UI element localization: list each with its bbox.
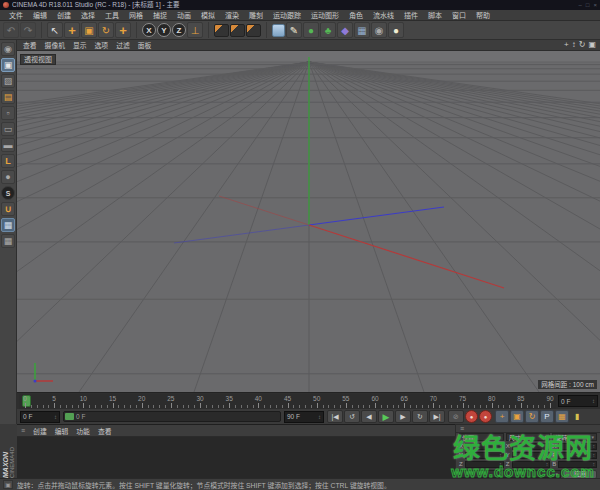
viewport-menus-item[interactable]: 选项 <box>91 40 113 50</box>
make-editable-icon[interactable]: ◉ <box>1 42 15 56</box>
menu-bar-item[interactable]: 模拟 <box>196 10 220 20</box>
viewport-menus-item[interactable]: 查看 <box>19 40 41 50</box>
pen-spline-icon[interactable]: ✎ <box>286 22 302 38</box>
current-frame-field[interactable]: 0 F↕ <box>558 395 598 407</box>
menu-bar-item[interactable]: 运动图形 <box>306 10 344 20</box>
record-rotation-icon[interactable]: ↻ <box>525 410 539 423</box>
record-keyframe-button[interactable]: ● <box>465 410 478 423</box>
spinner-icon[interactable]: ↕ <box>546 452 549 458</box>
coords-mode-dropdown[interactable]: ▾ <box>459 470 561 478</box>
workplane-mode-icon[interactable]: ▤ <box>1 90 15 104</box>
move-tool-icon[interactable]: + <box>64 22 80 38</box>
autokey-button[interactable]: ● <box>479 410 492 423</box>
render-view-icon[interactable] <box>214 24 229 37</box>
panel-menu-icon[interactable]: ≡ <box>460 425 464 433</box>
subdivision-surface-icon[interactable]: ● <box>303 22 319 38</box>
polygons-mode-icon[interactable]: ▬ <box>1 138 15 152</box>
window-controls-item[interactable]: × <box>593 0 597 10</box>
add-cube-icon[interactable] <box>272 24 285 37</box>
prev-frame-button[interactable]: ◀ <box>361 410 377 423</box>
floor-sky-icon[interactable]: ▦ <box>354 22 370 38</box>
window-controls-item[interactable]: □ <box>586 0 590 10</box>
coords-field[interactable]: ↕ <box>512 443 551 450</box>
coords-header-2[interactable]: 旋转▾ <box>552 433 597 441</box>
spinner-icon[interactable]: ↕ <box>546 443 549 449</box>
coords-field[interactable]: ↕ <box>558 443 597 450</box>
spinner-icon[interactable]: ↕ <box>499 452 502 458</box>
goto-end-button[interactable]: ▶| <box>429 410 445 423</box>
last-tool-icon[interactable]: + <box>115 22 131 38</box>
menu-bar-item[interactable]: 渲染 <box>220 10 244 20</box>
menu-bar-item[interactable]: 创建 <box>52 10 76 20</box>
menu-bar-item[interactable]: 流水线 <box>368 10 399 20</box>
record-position-icon[interactable]: + <box>495 410 509 423</box>
scale-tool-icon[interactable]: ▣ <box>81 22 97 38</box>
menu-bar-item[interactable]: 编辑 <box>28 10 52 20</box>
panel-menu-icon[interactable]: ≡ <box>21 427 25 435</box>
coords-field[interactable]: ↕ <box>465 461 504 468</box>
menu-bar-item[interactable]: 脚本 <box>423 10 447 20</box>
keyframe-bar-icon[interactable]: ▮ <box>570 410 584 423</box>
spinner-icon[interactable]: ↕ <box>54 414 57 420</box>
spinner-icon[interactable]: ↕ <box>546 461 549 467</box>
menu-bar-item[interactable]: 角色 <box>344 10 368 20</box>
texture-mode-icon[interactable]: ▨ <box>1 74 15 88</box>
lock-z-button[interactable]: Z <box>172 23 186 37</box>
menu-bar-item[interactable]: 选择 <box>76 10 100 20</box>
menu-bar-item[interactable]: 雕刻 <box>244 10 268 20</box>
redo-icon[interactable]: ↷ <box>20 22 36 38</box>
menu-bar-item[interactable]: 文件 <box>4 10 28 20</box>
toggle-view-icon[interactable]: ▣ <box>588 40 596 50</box>
material-menus-item[interactable]: 创建 <box>29 426 51 436</box>
viewport-menus-item[interactable]: 面板 <box>134 40 156 50</box>
goto-start-button[interactable]: |◀ <box>327 410 343 423</box>
camera-icon[interactable]: ◉ <box>371 22 387 38</box>
coords-field[interactable]: ↕ <box>465 443 504 450</box>
lock-y-button[interactable]: Y <box>157 23 171 37</box>
menu-bar-item[interactable]: 运动跟踪 <box>268 10 306 20</box>
planar-workplane-icon[interactable]: ▦ <box>1 234 15 248</box>
timeline-range-slider[interactable]: 0 F <box>63 411 281 422</box>
menu-bar-item[interactable]: 动画 <box>172 10 196 20</box>
record-parameter-icon[interactable]: P <box>540 410 554 423</box>
viewport-menus-item[interactable]: 显示 <box>69 40 91 50</box>
spinner-icon[interactable]: ↕ <box>593 452 596 458</box>
spinner-icon[interactable]: ↕ <box>592 398 595 404</box>
prev-key-button[interactable]: ↺ <box>344 410 360 423</box>
spinner-icon[interactable]: ↕ <box>593 443 596 449</box>
menu-bar-item[interactable]: 帮助 <box>471 10 495 20</box>
coords-field[interactable]: ↕ <box>558 461 597 468</box>
menu-bar-item[interactable]: 工具 <box>100 10 124 20</box>
viewport-solo-icon[interactable]: S <box>1 186 15 200</box>
light-icon[interactable]: ● <box>388 22 404 38</box>
array-generator-icon[interactable]: ♣ <box>320 22 336 38</box>
workplane-lock-icon[interactable]: ▦ <box>1 218 15 232</box>
rotate-tool-icon[interactable]: ↻ <box>98 22 114 38</box>
viewport-menus-item[interactable]: 过滤 <box>112 40 134 50</box>
record-pla-icon[interactable]: ▦ <box>555 410 569 423</box>
coords-header-1[interactable]: 尺寸▾ <box>506 433 551 441</box>
range-slider-handle[interactable] <box>65 413 74 420</box>
spinner-icon[interactable]: ↕ <box>318 414 321 420</box>
menu-bar-item[interactable]: 插件 <box>399 10 423 20</box>
menu-bar-item[interactable]: 捕捉 <box>148 10 172 20</box>
lock-x-button[interactable]: X <box>142 23 156 37</box>
coords-field[interactable]: ↕ <box>465 452 504 459</box>
coords-field[interactable]: ↕ <box>512 452 551 459</box>
next-key-button[interactable]: ↻ <box>412 410 428 423</box>
rotate-view-icon[interactable]: ↻ <box>579 40 586 50</box>
enable-axis-icon[interactable]: L <box>1 154 15 168</box>
range-start-field[interactable]: 0 F↕ <box>20 411 60 423</box>
viewport-mouse-icon[interactable]: ● <box>1 170 15 184</box>
material-menus-item[interactable]: 编辑 <box>51 426 73 436</box>
next-frame-button[interactable]: ▶ <box>395 410 411 423</box>
spinner-icon[interactable]: ↕ <box>499 461 502 467</box>
window-controls-item[interactable]: – <box>579 0 582 10</box>
menu-bar-item[interactable]: 窗口 <box>447 10 471 20</box>
coordinate-system-icon[interactable]: ⊥ <box>187 22 203 38</box>
undo-icon[interactable]: ↶ <box>3 22 19 38</box>
render-region-icon[interactable] <box>230 24 245 37</box>
play-button[interactable]: ▶ <box>378 410 394 423</box>
keyframe-selection-icon[interactable]: ⊘ <box>448 410 464 423</box>
deformer-icon[interactable]: ◆ <box>337 22 353 38</box>
